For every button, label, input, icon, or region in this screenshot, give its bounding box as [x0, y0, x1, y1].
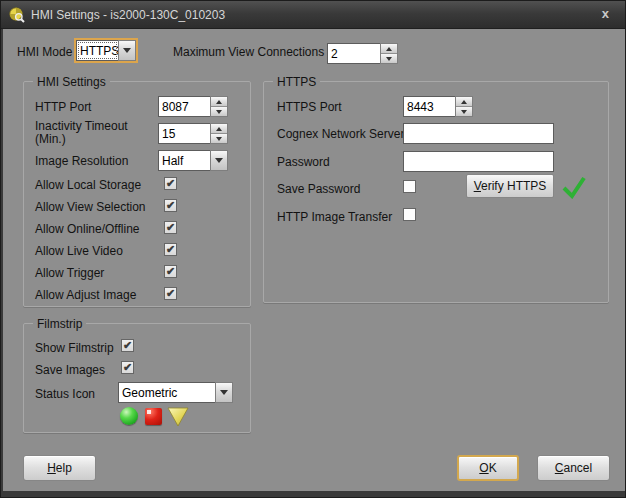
spin-down-button[interactable]: [381, 53, 397, 63]
window-title: HMI Settings - is2000-130C_010203: [31, 8, 225, 22]
status-fail-red-square-icon: [145, 408, 162, 425]
spin-up-button[interactable]: [211, 97, 227, 106]
save-password-checkbox[interactable]: [403, 180, 416, 193]
arrow-up-icon: [461, 100, 467, 104]
hmi-mode-value: HTTPS: [76, 40, 118, 61]
hmi-mode-dropdown[interactable]: HTTPS: [76, 40, 136, 61]
hmi-mode-dropdown-button[interactable]: [118, 40, 136, 61]
arrow-up-icon: [216, 100, 222, 104]
hmi-settings-dialog: HMI Settings - is2000-130C_010203 x HMI …: [0, 0, 626, 498]
chevron-down-icon: [220, 390, 228, 395]
spin-down-button[interactable]: [211, 106, 227, 116]
arrow-down-icon: [386, 57, 392, 61]
ok-button-label: OK: [479, 461, 496, 475]
allow-live-video-label: Allow Live Video: [35, 244, 123, 258]
status-pass-green-circle-icon: [120, 407, 138, 425]
http-port-label: HTTP Port: [35, 100, 91, 114]
allow-view-selection-checkbox[interactable]: ✔: [164, 199, 177, 212]
allow-online-offline-label: Allow Online/Offline: [35, 222, 140, 236]
image-resolution-value: Half: [158, 150, 210, 171]
max-view-connections-spinner[interactable]: 2: [327, 43, 398, 64]
image-resolution-dropdown[interactable]: Half: [158, 150, 228, 171]
show-filmstrip-checkbox[interactable]: ✔: [121, 339, 134, 352]
cognex-network-server-label: Cognex Network Server: [277, 127, 404, 141]
spin-up-button[interactable]: [211, 124, 227, 133]
spinner-buttons: [455, 96, 473, 117]
https-port-label: HTTPS Port: [277, 100, 342, 114]
arrow-down-icon: [216, 137, 222, 141]
allow-trigger-checkbox[interactable]: ✔: [164, 265, 177, 278]
http-port-value[interactable]: 8087: [158, 96, 210, 117]
allow-local-storage-checkbox[interactable]: ✔: [164, 177, 177, 190]
cancel-button-label: Cancel: [555, 461, 592, 475]
allow-online-offline-checkbox[interactable]: ✔: [164, 221, 177, 234]
status-icon-dropdown[interactable]: Geometric: [118, 382, 233, 403]
https-port-value[interactable]: 8443: [403, 96, 455, 117]
spin-down-button[interactable]: [211, 133, 227, 143]
inactivity-timeout-value[interactable]: 15: [158, 123, 210, 144]
http-image-transfer-checkbox[interactable]: [403, 208, 416, 221]
image-resolution-label: Image Resolution: [35, 154, 128, 168]
allow-adjust-image-label: Allow Adjust Image: [35, 288, 136, 302]
password-label: Password: [277, 155, 330, 169]
dialog-body: HMI Mode HTTPS Maximum View Connections …: [3, 29, 625, 491]
verify-https-button[interactable]: Verify HTTPS: [466, 174, 554, 198]
chevron-down-icon: [215, 158, 223, 163]
status-icon-dropdown-button[interactable]: [215, 382, 233, 403]
help-button[interactable]: Help: [23, 455, 96, 481]
inactivity-timeout-label: Inactivity Timeout (Min.): [35, 120, 147, 146]
spinner-buttons: [210, 123, 228, 144]
verify-success-check-icon: [561, 176, 587, 199]
show-filmstrip-label: Show Filmstrip: [35, 341, 114, 355]
status-icon-label: Status Icon: [35, 387, 95, 401]
inactivity-timeout-spinner[interactable]: 15: [158, 123, 228, 144]
image-resolution-dropdown-button[interactable]: [210, 150, 228, 171]
chevron-down-icon: [123, 48, 131, 53]
help-button-label: Help: [47, 461, 72, 475]
spin-down-button[interactable]: [456, 106, 472, 116]
save-images-label: Save Images: [35, 363, 105, 377]
https-group-title: HTTPS: [273, 75, 320, 89]
hmi-settings-group-title: HMI Settings: [33, 75, 110, 89]
status-icon-value: Geometric: [118, 382, 215, 403]
verify-https-button-label: Verify HTTPS: [474, 179, 547, 193]
http-port-spinner[interactable]: 8087: [158, 96, 228, 117]
arrow-up-icon: [386, 47, 392, 51]
cancel-button[interactable]: Cancel: [537, 455, 610, 481]
filmstrip-group-title: Filmstrip: [33, 317, 86, 331]
close-button[interactable]: x: [598, 6, 613, 21]
arrow-down-icon: [461, 110, 467, 114]
ok-button[interactable]: OK: [457, 455, 519, 481]
max-view-connections-value[interactable]: 2: [327, 43, 380, 64]
save-password-label: Save Password: [277, 182, 360, 196]
status-warn-yellow-triangle-icon: [167, 407, 189, 427]
spin-up-button[interactable]: [456, 97, 472, 106]
allow-view-selection-label: Allow View Selection: [35, 200, 146, 214]
allow-local-storage-label: Allow Local Storage: [35, 178, 141, 192]
password-input[interactable]: [403, 151, 554, 172]
app-icon: [9, 7, 25, 23]
max-view-connections-label: Maximum View Connections: [173, 45, 324, 59]
hmi-mode-label: HMI Mode: [17, 45, 72, 59]
cognex-network-server-input[interactable]: [403, 123, 554, 144]
http-image-transfer-label: HTTP Image Transfer: [277, 210, 392, 224]
allow-adjust-image-checkbox[interactable]: ✔: [164, 287, 177, 300]
save-images-checkbox[interactable]: ✔: [121, 361, 134, 374]
arrow-up-icon: [216, 127, 222, 131]
allow-trigger-label: Allow Trigger: [35, 266, 104, 280]
spinner-buttons: [210, 96, 228, 117]
https-port-spinner[interactable]: 8443: [403, 96, 473, 117]
spin-up-button[interactable]: [381, 44, 397, 53]
arrow-down-icon: [216, 110, 222, 114]
titlebar[interactable]: HMI Settings - is2000-130C_010203 x: [1, 1, 626, 29]
spinner-buttons: [380, 43, 398, 64]
allow-live-video-checkbox[interactable]: ✔: [164, 243, 177, 256]
